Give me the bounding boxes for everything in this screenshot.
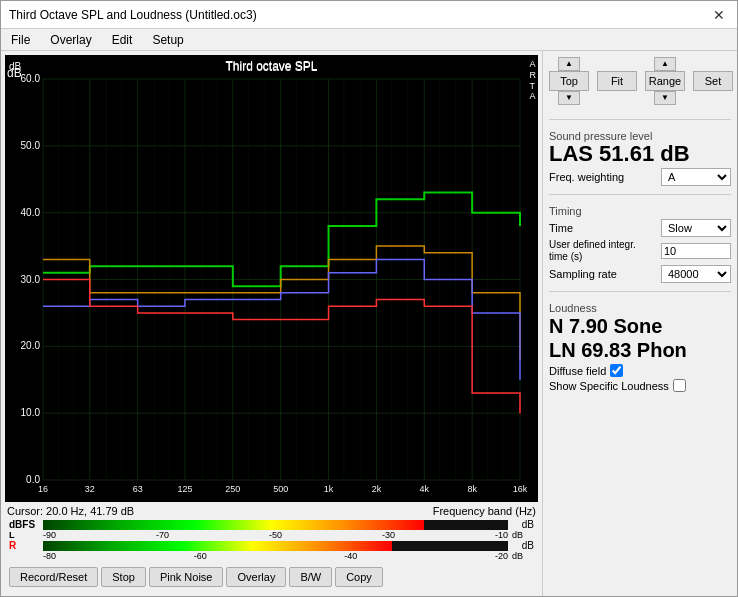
show-specific-label: Show Specific Loudness — [549, 380, 669, 392]
chart-canvas — [5, 55, 538, 502]
menu-setup[interactable]: Setup — [146, 32, 189, 48]
time-row: Time Slow Fast Impulse — [549, 219, 731, 237]
divider-3 — [549, 291, 731, 292]
chart-footer: Cursor: 20.0 Hz, 41.79 dB Frequency band… — [5, 504, 538, 518]
loudness-n-value: N 7.90 Sone — [549, 314, 731, 338]
tick-neg10: -10 — [495, 530, 508, 540]
dbfs-label: dBFS — [9, 519, 39, 530]
y-axis-label: dB — [9, 61, 21, 72]
arta-label: ARTA — [530, 59, 537, 102]
time-label: Time — [549, 222, 573, 234]
bottom-buttons: Record/Reset Stop Pink Noise Overlay B/W… — [5, 562, 538, 592]
range-label-button[interactable]: Range — [645, 71, 685, 91]
spl-value: LAS 51.61 dB — [549, 142, 731, 166]
sampling-rate-row: Sampling rate 48000 44100 96000 — [549, 265, 731, 283]
freq-weighting-label: Freq. weighting — [549, 171, 624, 183]
tick-neg40: -40 — [344, 551, 357, 561]
user-defined-row: User defined integr. time (s) — [549, 239, 731, 263]
set-nav-group: Set — [693, 57, 733, 105]
menu-overlay[interactable]: Overlay — [44, 32, 97, 48]
nav-controls: ▲ Top ▼ Fit ▲ Range ▼ Set — [549, 57, 731, 105]
freq-weighting-select[interactable]: A B C Z — [661, 168, 731, 186]
main-content: Third octave SPL dB ARTA Cursor: 20.0 Hz… — [1, 51, 737, 596]
tick-neg60: -60 — [194, 551, 207, 561]
freq-weighting-row: Freq. weighting A B C Z — [549, 168, 731, 186]
timing-section: Timing Time Slow Fast Impulse User defin… — [549, 203, 731, 283]
pink-noise-button[interactable]: Pink Noise — [149, 567, 224, 587]
overlay-button[interactable]: Overlay — [226, 567, 286, 587]
spl-section: Sound pressure level LAS 51.61 dB Freq. … — [549, 128, 731, 186]
bw-button[interactable]: B/W — [289, 567, 332, 587]
tick-neg70: -70 — [156, 530, 169, 540]
loudness-section: Loudness N 7.90 Sone LN 69.83 Phon Diffu… — [549, 300, 731, 392]
tick-neg80: -80 — [43, 551, 56, 561]
menu-bar: File Overlay Edit Setup — [1, 29, 737, 51]
user-defined-input[interactable] — [661, 243, 731, 259]
loudness-ln-value: LN 69.83 Phon — [549, 338, 731, 362]
diffuse-field-label: Diffuse field — [549, 365, 606, 377]
set-label-button[interactable]: Set — [693, 71, 733, 91]
loudness-section-label: Loudness — [549, 302, 731, 314]
sampling-rate-select[interactable]: 48000 44100 96000 — [661, 265, 731, 283]
show-specific-checkbox[interactable] — [673, 379, 686, 392]
menu-file[interactable]: File — [5, 32, 36, 48]
level-section: dBFS dB L -90 -70 -50 -30 -10 — [5, 518, 538, 562]
chart-container: Third octave SPL dB ARTA — [5, 55, 538, 502]
range-down-button[interactable]: ▼ — [654, 91, 676, 105]
tick-neg30: -30 — [382, 530, 395, 540]
top-label-button[interactable]: Top — [549, 71, 589, 91]
right-panel: ▲ Top ▼ Fit ▲ Range ▼ Set — [542, 51, 737, 596]
timing-section-label: Timing — [549, 205, 731, 217]
main-window: Third Octave SPL and Loudness (Untitled.… — [0, 0, 738, 597]
tick-neg20: -20 — [495, 551, 508, 561]
window-title: Third Octave SPL and Loudness (Untitled.… — [9, 8, 257, 22]
db-label-r2: dB — [512, 551, 534, 561]
fit-nav-group: Fit — [597, 57, 637, 105]
chart-title: Third octave SPL — [225, 59, 317, 73]
sampling-rate-label: Sampling rate — [549, 268, 617, 280]
r-label: R — [9, 540, 39, 551]
top-down-button[interactable]: ▼ — [558, 91, 580, 105]
diffuse-field-row: Diffuse field — [549, 364, 731, 377]
title-bar: Third Octave SPL and Loudness (Untitled.… — [1, 1, 737, 29]
time-select[interactable]: Slow Fast Impulse — [661, 219, 731, 237]
freq-label: Frequency band (Hz) — [433, 505, 536, 517]
user-defined-label: User defined integr. time (s) — [549, 239, 649, 263]
top-up-button[interactable]: ▲ — [558, 57, 580, 71]
top-nav-group: ▲ Top ▼ — [549, 57, 589, 105]
stop-button[interactable]: Stop — [101, 567, 146, 587]
range-up-button[interactable]: ▲ — [654, 57, 676, 71]
range-nav-group: ▲ Range ▼ — [645, 57, 685, 105]
diffuse-field-checkbox[interactable] — [610, 364, 623, 377]
chart-area: Third octave SPL dB ARTA Cursor: 20.0 Hz… — [1, 51, 542, 596]
tick-neg50: -50 — [269, 530, 282, 540]
l-label: L — [9, 530, 39, 540]
copy-button[interactable]: Copy — [335, 567, 383, 587]
record-reset-button[interactable]: Record/Reset — [9, 567, 98, 587]
divider-1 — [549, 119, 731, 120]
show-specific-row: Show Specific Loudness — [549, 379, 731, 392]
tick-neg90: -90 — [43, 530, 56, 540]
divider-2 — [549, 194, 731, 195]
close-button[interactable]: ✕ — [709, 5, 729, 25]
db-unit-top: dB — [512, 519, 534, 530]
cursor-info: Cursor: 20.0 Hz, 41.79 dB — [7, 505, 134, 517]
db-label-r1: dB — [512, 530, 534, 540]
menu-edit[interactable]: Edit — [106, 32, 139, 48]
fit-label-button[interactable]: Fit — [597, 71, 637, 91]
db-unit-bottom: dB — [512, 540, 534, 551]
